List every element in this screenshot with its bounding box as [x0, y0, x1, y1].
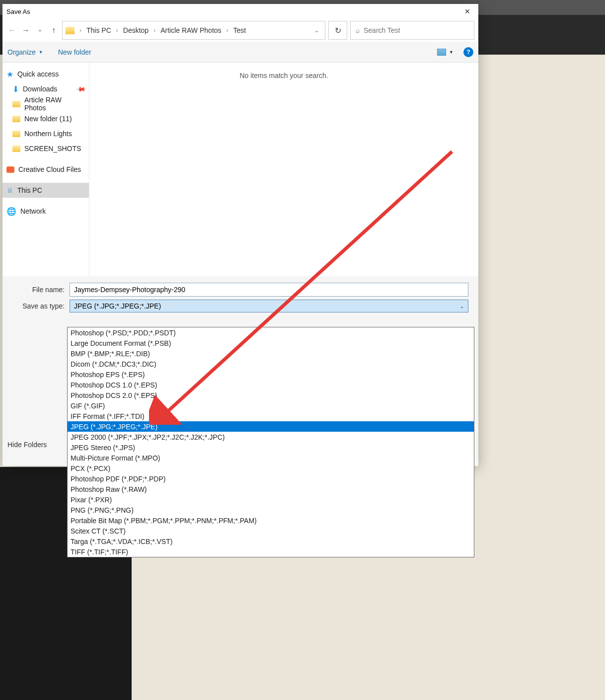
- downloads-item[interactable]: ⬇ Downloads 📌: [2, 81, 89, 96]
- filetype-option[interactable]: Photoshop PDF (*.PDF;*.PDP): [68, 473, 474, 484]
- chevron-icon: ›: [225, 27, 230, 34]
- creative-cloud-item[interactable]: Creative Cloud Files: [2, 162, 89, 177]
- filetype-option[interactable]: Scitex CT (*.SCT): [68, 526, 474, 536]
- filetype-option[interactable]: Photoshop DCS 1.0 (*.EPS): [68, 380, 474, 390]
- folder-item[interactable]: SCREEN_SHOTS: [2, 141, 89, 156]
- navigation-pane: ★ Quick access ⬇ Downloads 📌 Article RAW…: [2, 63, 89, 276]
- filetype-dropdown[interactable]: Photoshop (*.PSD;*.PDD;*.PSDT)Large Docu…: [67, 327, 474, 557]
- breadcrumb-item[interactable]: Desktop: [120, 26, 151, 34]
- filetype-option[interactable]: JPEG Stereo (*.JPS): [68, 442, 474, 453]
- empty-message: No items match your search.: [239, 72, 328, 79]
- sidebar-label: Article RAW Photos: [24, 96, 85, 112]
- sidebar-label: This PC: [17, 186, 42, 194]
- filetype-option[interactable]: GIF (*.GIF): [68, 400, 474, 411]
- back-button[interactable]: ←: [6, 25, 17, 36]
- filetype-option[interactable]: Photoshop EPS (*.EPS): [68, 369, 474, 380]
- forward-button[interactable]: →: [20, 25, 31, 36]
- content-area: ★ Quick access ⬇ Downloads 📌 Article RAW…: [2, 63, 478, 276]
- filetype-option[interactable]: IFF Format (*.IFF;*.TDI): [68, 411, 474, 421]
- dialog-titlebar: Save As ✕: [2, 4, 478, 19]
- chevron-down-icon[interactable]: ⌄: [314, 27, 322, 34]
- search-input[interactable]: [364, 26, 469, 34]
- command-toolbar: Organize ▼ New folder ▼ ?: [2, 42, 478, 63]
- filetype-option[interactable]: Large Document Format (*.PSB): [68, 338, 474, 348]
- sidebar-label: New folder (11): [24, 115, 72, 123]
- filetype-option[interactable]: PCX (*.PCX): [68, 463, 474, 473]
- nav-toolbar: ← → ▾ ↑ › This PC › Desktop › Article RA…: [2, 19, 478, 42]
- folder-icon: [12, 101, 20, 107]
- folder-icon: [12, 131, 20, 137]
- chevron-down-icon: ⌄: [460, 304, 464, 309]
- search-box[interactable]: ⌕: [350, 21, 474, 40]
- pin-icon: 📌: [76, 83, 86, 94]
- dialog-title: Save As: [6, 8, 30, 15]
- pc-icon: 🖥: [6, 186, 13, 194]
- filetype-option[interactable]: Pixar (*.PXR): [68, 494, 474, 505]
- sidebar-label: Creative Cloud Files: [18, 165, 81, 173]
- filetype-option[interactable]: Photoshop (*.PSD;*.PDD;*.PSDT): [68, 327, 474, 338]
- filetype-option[interactable]: JPEG (*.JPG;*.JPEG;*.JPE): [68, 421, 474, 432]
- chevron-icon: ›: [151, 27, 157, 34]
- sidebar-label: Downloads: [23, 85, 57, 93]
- filetype-option[interactable]: Photoshop DCS 2.0 (*.EPS): [68, 390, 474, 400]
- cloud-icon: [6, 166, 14, 173]
- saveastype-combo[interactable]: JPEG (*.JPG;*.JPEG;*.JPE) ⌄: [70, 300, 468, 312]
- organize-label: Organize: [7, 48, 36, 56]
- this-pc-item[interactable]: 🖥 This PC: [2, 183, 89, 198]
- organize-button[interactable]: Organize ▼: [7, 48, 43, 56]
- search-icon: ⌕: [356, 26, 360, 34]
- filetype-option[interactable]: BMP (*.BMP;*.RLE;*.DIB): [68, 348, 474, 359]
- filetype-option[interactable]: TIFF (*.TIF;*.TIFF): [68, 546, 474, 557]
- filetype-option[interactable]: JPEG 2000 (*.JPF;*.JPX;*.JP2;*.J2C;*.J2K…: [68, 432, 474, 442]
- breadcrumb-item[interactable]: Test: [230, 26, 249, 34]
- filetype-option[interactable]: Dicom (*.DCM;*.DC3;*.DIC): [68, 359, 474, 369]
- view-button[interactable]: ▼: [437, 49, 454, 56]
- filetype-option[interactable]: Photoshop Raw (*.RAW): [68, 484, 474, 494]
- folder-icon: [66, 27, 75, 34]
- filetype-option[interactable]: Multi-Picture Format (*.MPO): [68, 453, 474, 463]
- filetype-option[interactable]: Portable Bit Map (*.PBM;*.PGM;*.PPM;*.PN…: [68, 515, 474, 526]
- dropdown-icon: ▼: [449, 50, 454, 55]
- folder-item[interactable]: New folder (11): [2, 111, 89, 126]
- folder-icon: [12, 146, 20, 152]
- sidebar-label: Quick access: [17, 70, 59, 78]
- chevron-icon: ›: [77, 27, 83, 34]
- new-folder-button[interactable]: New folder: [58, 48, 91, 56]
- sidebar-label: Northern Lights: [24, 130, 72, 138]
- saveastype-label: Save as type:: [7, 302, 70, 310]
- dropdown-icon: ▼: [39, 50, 43, 55]
- network-icon: 🌐: [6, 207, 16, 216]
- breadcrumb-item[interactable]: Article RAW Photos: [157, 26, 224, 34]
- folder-item[interactable]: Northern Lights: [2, 126, 89, 141]
- sidebar-label: Network: [20, 207, 46, 215]
- filetype-option[interactable]: Targa (*.TGA;*.VDA;*.ICB;*.VST): [68, 536, 474, 546]
- refresh-button[interactable]: ↻: [328, 21, 347, 40]
- chevron-icon: ›: [114, 27, 120, 34]
- file-list: No items match your search.: [89, 63, 478, 276]
- filename-input[interactable]: [70, 283, 468, 297]
- breadcrumb-item[interactable]: This PC: [83, 26, 114, 34]
- star-icon: ★: [6, 70, 13, 79]
- help-button[interactable]: ?: [463, 47, 473, 57]
- recent-dropdown[interactable]: ▾: [34, 25, 45, 36]
- close-button[interactable]: ✕: [456, 4, 478, 19]
- view-icon: [437, 49, 446, 56]
- saveastype-value: JPEG (*.JPG;*.JPEG;*.JPE): [74, 302, 161, 310]
- folder-icon: [12, 116, 20, 122]
- network-item[interactable]: 🌐 Network: [2, 204, 89, 219]
- breadcrumb[interactable]: › This PC › Desktop › Article RAW Photos…: [62, 21, 325, 40]
- folder-item[interactable]: Article RAW Photos: [2, 96, 89, 111]
- up-button[interactable]: ↑: [48, 25, 59, 36]
- sidebar-label: SCREEN_SHOTS: [24, 145, 81, 153]
- quick-access-item[interactable]: ★ Quick access: [2, 67, 89, 81]
- download-icon: ⬇: [12, 84, 19, 94]
- filename-label: File name:: [7, 286, 70, 294]
- filetype-option[interactable]: PNG (*.PNG;*.PNG): [68, 505, 474, 515]
